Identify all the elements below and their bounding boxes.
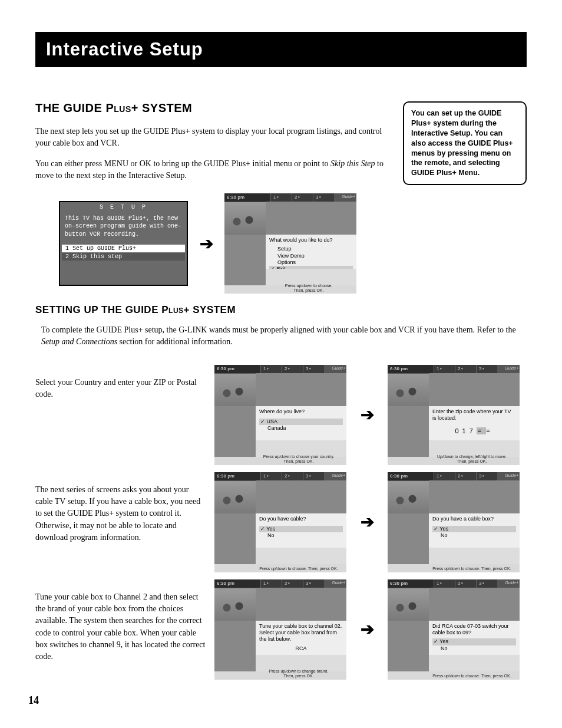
- step3-text: Tune your cable box to Channel 2 and the…: [35, 579, 206, 663]
- guide-screen-country: 6:30 pm 123 Guide+ Where do you live? US…: [214, 365, 346, 465]
- section-heading: THE GUIDE Plus+ SYSTEM: [35, 101, 392, 115]
- arrow-icon: ➔: [355, 405, 379, 424]
- guide-logo: Guide+: [334, 193, 356, 202]
- step2-text: The next series of screens asks you abou…: [35, 472, 206, 543]
- setup-screen-header: S E T U P: [60, 202, 187, 212]
- guide-screen-initial: 6:30 pm 1 2 3 Guide+ What would you like…: [224, 193, 356, 294]
- arrow-icon: ➔: [194, 234, 219, 253]
- step1-text: Select your Country and enter your ZIP o…: [35, 365, 206, 401]
- setup-menu-item-2: 2 Skip this step: [62, 253, 185, 261]
- guide-time: 6:30 pm: [224, 193, 270, 202]
- guide-screen-code: 6:30 pm 123 Guide+ Did RCA code 07-03 sw…: [388, 579, 520, 680]
- body-para-1: The next step lets you set up the GUIDE …: [35, 126, 392, 150]
- subsection-heading: SETTING UP THE GUIDE Plus+ SYSTEM: [35, 304, 527, 316]
- guide-prompt: What would you like to do?: [269, 237, 353, 243]
- guide-screen-cable: 6:30 pm 123 Guide+ Do you have cable? Ye…: [214, 472, 346, 572]
- guide-screen-zip: 6:30 pm 123 Guide+ Enter the zip code wh…: [388, 365, 520, 465]
- setup-screen-blurb: This TV has GUIDE Plus+, the new on-scre…: [60, 212, 187, 245]
- arrow-icon: ➔: [355, 512, 379, 532]
- cable-brand-value: RCA: [259, 645, 343, 652]
- chapter-title: Interactive Setup: [35, 32, 527, 67]
- setup-screen: S E T U P This TV has GUIDE Plus+, the n…: [59, 201, 188, 286]
- page-number: 14: [28, 694, 39, 707]
- setup-menu-item-1: 1 Set up GUIDE Plus+: [62, 245, 185, 252]
- guide-footer: Press up/down to choose. Then, press OK.: [265, 284, 353, 292]
- guide-screen-cablebox: 6:30 pm 123 Guide+ Do you have a cable b…: [388, 472, 520, 572]
- guide-screen-brand: 6:30 pm 123 Guide+ Tune your cable box t…: [214, 579, 346, 680]
- zip-digits: 017==: [432, 421, 516, 436]
- arrow-icon: ➔: [355, 620, 379, 639]
- subsection-intro: To complete the GUIDE Plus+ setup, the G…: [41, 324, 527, 348]
- sidebar-note: You can set up the GUIDE Plus+ system du…: [403, 101, 527, 185]
- body-para-2: You can either press MENU or OK to bring…: [35, 158, 392, 182]
